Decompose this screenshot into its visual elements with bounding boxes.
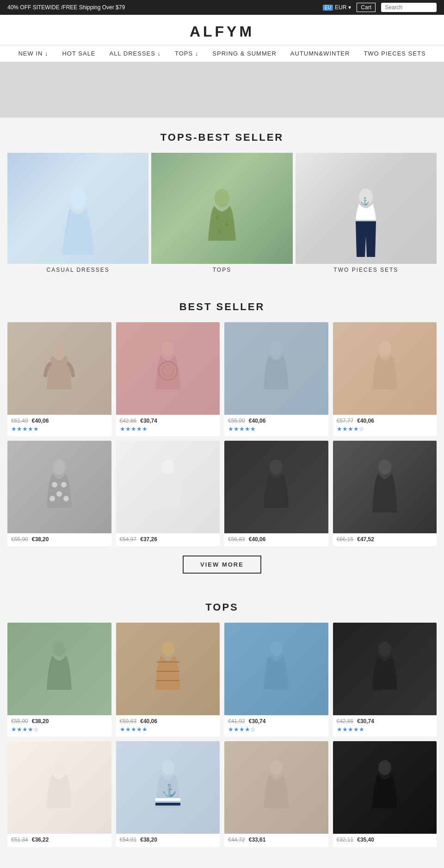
product-info: €51,34 €36,22 — [7, 834, 111, 847]
product-clothing-icon — [369, 639, 401, 699]
price-sale: €40,06 — [32, 418, 49, 424]
view-more-button[interactable]: VIEW MORE — [183, 556, 261, 574]
top-banner: 40% OFF SITEWIDE /FREE Shipping Over $79… — [0, 0, 444, 15]
price-row: €56,83 €40,06 — [228, 536, 325, 543]
price-row: €59,63 €40,06 — [120, 718, 216, 724]
price-sale: €35,40 — [357, 837, 374, 843]
product-image — [333, 741, 437, 834]
product-card[interactable]: €44,72 €33,61 — [224, 741, 328, 847]
view-more-wrap: VIEW MORE — [7, 556, 437, 574]
dress-silhouette-icon — [60, 185, 97, 259]
price-original: €57,77 — [337, 418, 354, 424]
svg-point-18 — [63, 496, 69, 501]
best-seller-section: BEST SELLER €61,49 €40,06 ★ — [0, 287, 444, 587]
product-image — [224, 322, 328, 415]
nav-tops[interactable]: TOPS ↓ — [175, 50, 198, 57]
product-image — [7, 741, 111, 834]
svg-point-7 — [53, 341, 66, 356]
price-original: €56,83 — [228, 536, 245, 543]
svg-point-8 — [161, 341, 174, 356]
price-row: €66,15 €47,52 — [337, 536, 433, 543]
star-rating: ★★★★★ — [120, 726, 216, 733]
search-input[interactable] — [381, 3, 437, 12]
price-original: €55,90 — [228, 418, 245, 424]
price-original: €42,86 — [120, 418, 137, 424]
svg-point-12 — [378, 341, 391, 356]
price-original: €41,92 — [228, 718, 245, 724]
price-sale: €37,26 — [140, 536, 157, 543]
product-card[interactable]: ⚓ €54,91 €38,20 — [116, 741, 220, 847]
product-clothing-icon — [152, 639, 184, 699]
product-card[interactable]: €55,90 €38,20 — [7, 441, 111, 546]
flag-icon: EU — [323, 5, 333, 11]
two-pieces-silhouette-icon: ⚓ — [347, 185, 384, 259]
price-original: €55,90 — [11, 718, 28, 724]
svg-point-29 — [53, 760, 66, 775]
product-image: ⚓ — [116, 741, 220, 834]
currency-selector[interactable]: EU EUR ▾ — [323, 4, 351, 11]
site-title: ALFYM — [0, 23, 444, 40]
price-sale: €38,20 — [32, 536, 49, 543]
product-card[interactable]: €54,97 €37,26 — [116, 441, 220, 546]
price-original: €32,11 — [337, 837, 354, 843]
product-clothing-icon — [152, 457, 184, 517]
currency-dropdown-icon: ▾ — [348, 4, 351, 11]
svg-point-1 — [215, 189, 229, 207]
product-card[interactable]: €42,86 €30,74 ★★★★★ — [333, 623, 437, 737]
product-card[interactable]: €57,77 €40,06 ★★★★☆ — [333, 322, 437, 436]
category-card-casual[interactable]: CASUAL DRESSES — [7, 153, 148, 273]
price-sale: €38,20 — [140, 837, 157, 843]
price-row: €41,92 €30,74 — [228, 718, 325, 724]
product-info: €57,77 €40,06 ★★★★☆ — [333, 415, 437, 436]
promo-text: 40% OFF SITEWIDE /FREE Shipping Over $79 — [7, 4, 125, 11]
product-card[interactable]: €41,92 €30,74 ★★★★☆ — [224, 623, 328, 737]
category-label-casual: CASUAL DRESSES — [7, 267, 148, 273]
svg-point-17 — [49, 496, 55, 501]
price-row: €42,86 €30,74 — [120, 418, 216, 424]
product-card[interactable]: €55,90 €40,06 ★★★★★ — [224, 322, 328, 436]
product-info: €44,72 €33,61 — [224, 834, 328, 847]
product-image — [224, 741, 328, 834]
price-sale: €40,06 — [357, 418, 374, 424]
search-bar[interactable] — [381, 3, 437, 12]
category-card-tops[interactable]: TOPS — [151, 153, 292, 273]
price-row: €55,90 €38,20 — [11, 718, 108, 724]
product-clothing-icon — [260, 457, 292, 517]
product-card[interactable]: €55,90 €38,20 ★★★★☆ — [7, 623, 111, 737]
product-card[interactable]: €59,63 €40,06 ★★★★★ — [116, 623, 220, 737]
nav-autumn-winter[interactable]: AUTUMN&WINTER — [290, 50, 350, 57]
price-original: €54,91 — [120, 837, 137, 843]
category-card-two-pieces[interactable]: ⚓ TWO PIECES SETS — [296, 153, 437, 273]
product-info: €61,49 €40,06 ★★★★★ — [7, 415, 111, 436]
product-card[interactable]: €61,49 €40,06 ★★★★★ — [7, 322, 111, 436]
price-sale: €30,74 — [140, 418, 157, 424]
product-clothing-icon — [369, 338, 401, 399]
currency-label: EUR — [335, 4, 346, 11]
product-card[interactable]: €56,83 €40,06 — [224, 441, 328, 546]
svg-point-4 — [218, 230, 222, 233]
price-original: €51,34 — [11, 837, 28, 843]
nav-all-dresses[interactable]: ALL DRESSES ↓ — [110, 50, 161, 57]
nav-two-pieces-sets[interactable]: TWO PIECES SETS — [364, 50, 426, 57]
svg-point-21 — [378, 460, 391, 475]
nav-spring-summer[interactable]: SPRING & SUMMER — [212, 50, 277, 57]
product-card[interactable]: €32,11 €35,40 — [333, 741, 437, 847]
svg-point-13 — [53, 460, 66, 475]
price-row: €57,77 €40,06 — [337, 418, 433, 424]
product-image — [116, 322, 220, 415]
product-info: €66,15 €47,52 — [333, 533, 437, 546]
nav-new-in[interactable]: NEW IN ↓ — [18, 50, 48, 57]
cart-button[interactable]: Cart — [357, 3, 376, 12]
price-sale: €33,61 — [249, 837, 266, 843]
product-card[interactable]: €66,15 €47,52 — [333, 441, 437, 546]
star-rating: ★★★★★ — [11, 425, 108, 432]
product-image — [224, 623, 328, 715]
svg-point-2 — [216, 216, 219, 219]
nav-hot-sale[interactable]: HOT SALE — [62, 50, 95, 57]
product-clothing-icon — [152, 338, 184, 399]
product-card[interactable]: €51,34 €36,22 — [7, 741, 111, 847]
category-image-tops — [151, 153, 292, 264]
product-card[interactable]: €42,86 €30,74 ★★★★★ — [116, 322, 220, 436]
best-seller-title: BEST SELLER — [7, 301, 437, 313]
product-info: €32,11 €35,40 — [333, 834, 437, 847]
